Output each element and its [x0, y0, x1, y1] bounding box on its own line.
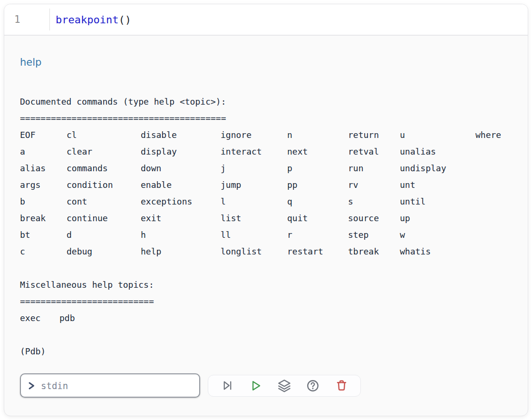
question-circle-icon — [306, 379, 319, 392]
line-number: 1 — [14, 14, 20, 25]
console-toolbar — [208, 375, 361, 397]
stdin-input-box[interactable] — [20, 373, 200, 398]
step-button[interactable] — [213, 375, 242, 396]
commands-table-row: EOFcldisableignorenreturnuwhere — [20, 127, 512, 143]
misc-topics-row: execpdb — [20, 310, 512, 326]
console-io-row — [20, 373, 512, 398]
play-icon — [249, 379, 262, 392]
console-panel: help Documented commands (type help <top… — [4, 36, 528, 416]
commands-table-row: argsconditionenablejumppprvunt — [20, 176, 512, 193]
console-output-text: Documented commands (type help <topic>):… — [20, 93, 512, 360]
commands-table-row: btdhllrstepw — [20, 226, 512, 243]
code-token-parens: () — [118, 14, 131, 26]
stack-button[interactable] — [270, 375, 299, 396]
skip-forward-icon — [221, 379, 234, 392]
help-button[interactable] — [299, 375, 327, 396]
documented-commands-ruler: ======================================== — [20, 110, 512, 127]
echoed-command: help — [20, 56, 512, 69]
documented-commands-header: Documented commands (type help <topic>): — [20, 93, 512, 110]
commands-table-row: bcontexceptionslqsuntil — [20, 193, 512, 210]
blank-line — [20, 326, 512, 343]
code-editor: 1 breakpoint() — [4, 4, 528, 36]
layers-icon — [278, 379, 291, 392]
stdin-input[interactable] — [41, 381, 193, 391]
debugger-card: 1 breakpoint() help Documented commands … — [4, 4, 528, 416]
editor-gutter: 1 — [4, 9, 50, 30]
commands-table-row: aliascommandsdownjprunundisplay — [20, 160, 512, 176]
commands-table-row: breakcontinueexitlistquitsourceup — [20, 210, 512, 226]
misc-topics-ruler: ========================== — [20, 293, 512, 310]
code-line[interactable]: breakpoint() — [50, 14, 131, 26]
trash-icon — [335, 379, 348, 392]
run-button[interactable] — [242, 375, 270, 396]
pdb-prompt: (Pdb) — [20, 343, 512, 360]
blank-line — [20, 260, 512, 276]
code-token-function: breakpoint — [56, 14, 118, 26]
clear-console-button[interactable] — [327, 375, 356, 396]
chevron-right-icon — [28, 381, 35, 391]
commands-table-row: cdebughelplonglistrestarttbreakwhatis — [20, 243, 512, 260]
misc-topics-header: Miscellaneous help topics: — [20, 276, 512, 293]
commands-table-row: acleardisplayinteractnextretvalunalias — [20, 143, 512, 160]
